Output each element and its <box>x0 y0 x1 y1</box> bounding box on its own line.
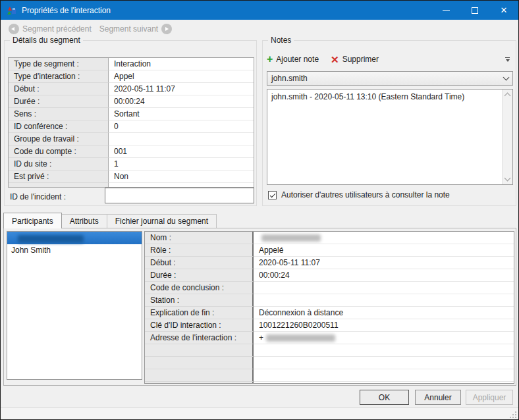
incident-id-label: ID de l'incident : <box>10 192 66 201</box>
participant-list-item[interactable] <box>7 232 142 244</box>
tab-participants[interactable]: Participants <box>3 213 62 228</box>
row-label <box>145 369 254 382</box>
row-value <box>254 369 514 382</box>
row-label: Début : <box>145 257 254 269</box>
delete-note-label: Supprimer <box>342 55 379 64</box>
table-row: Groupe de travail : <box>9 133 254 145</box>
red-x-icon: ✕ <box>331 55 339 65</box>
notes-toolbar: + Ajouter note ✕ Supprimer <box>267 51 513 67</box>
delete-note-button[interactable]: ✕ Supprimer <box>331 55 379 65</box>
participant-details-table: Nom :Rôle :AppeléDébut :2020-05-11 11:07… <box>144 231 514 384</box>
tab-attributs[interactable]: Attributs <box>61 214 107 228</box>
redacted-value <box>18 235 84 243</box>
row-label: Groupe de travail : <box>9 133 109 145</box>
table-row: Station : <box>145 294 514 307</box>
maximize-icon <box>472 7 478 14</box>
row-label: Station : <box>145 294 254 307</box>
table-row: ID conférence :0 <box>9 120 254 133</box>
participant-list-item[interactable]: John Smith <box>7 244 142 257</box>
ok-button[interactable]: OK <box>360 390 409 405</box>
row-value: Appelé <box>254 244 514 257</box>
incident-id-input[interactable] <box>105 188 254 203</box>
tab-fichier-journal-du-segment[interactable]: Fichier journal du segment <box>107 214 217 228</box>
row-value: 00:00:24 <box>254 269 514 282</box>
green-plus-icon: + <box>267 54 273 65</box>
row-value <box>254 357 514 369</box>
row-value: 2020-05-11 11:07 <box>109 83 254 95</box>
table-row <box>145 357 514 369</box>
row-value: Non <box>109 171 254 183</box>
table-row: Est privé :Non <box>9 171 254 183</box>
app-icon <box>6 5 16 16</box>
redacted-value <box>266 334 335 342</box>
notes-group-title: Notes <box>268 36 294 45</box>
row-value: 00:00:24 <box>109 95 254 108</box>
resize-grip[interactable] <box>510 411 516 418</box>
table-row: Début :2020-05-11 11:07 <box>9 83 254 95</box>
table-filler <box>9 183 254 188</box>
table-row: Explication de fin :Déconnexion à distan… <box>145 307 514 319</box>
add-note-button[interactable]: + Ajouter note <box>267 54 319 65</box>
maximize-button[interactable] <box>460 1 489 20</box>
scroll-up-icon <box>505 93 511 99</box>
segment-details-table: Type de segment :InteractionType d'inter… <box>8 57 254 188</box>
note-author-dropdown[interactable]: john.smith <box>267 71 513 86</box>
table-row: Type d'interaction :Appel <box>9 70 254 83</box>
share-note-checkbox[interactable] <box>268 191 277 199</box>
chevron-down-icon <box>503 74 510 80</box>
row-label: Code du compte : <box>9 145 109 158</box>
row-label: Durée : <box>145 269 254 282</box>
minimize-icon <box>443 10 450 11</box>
row-label: Type de segment : <box>9 58 109 70</box>
note-text-area[interactable]: john.smith - 2020-05-11 13:10 (Eastern S… <box>267 89 513 185</box>
segment-details-group: Détails du segment Type de segment :Inte… <box>4 40 257 206</box>
cancel-button[interactable]: Annuler <box>415 390 461 405</box>
note-scrollbar[interactable] <box>502 90 512 184</box>
interaction-properties-dialog: Propriétés de l'interaction ✕ Segment pr… <box>0 0 519 420</box>
table-row: Durée :00:00:24 <box>9 95 254 108</box>
close-icon: ✕ <box>501 6 508 14</box>
row-label: Nom : <box>145 232 254 244</box>
close-button[interactable]: ✕ <box>489 1 518 20</box>
row-label: Code de conclusion : <box>145 282 254 294</box>
table-row <box>145 344 514 357</box>
row-value: + <box>254 332 514 344</box>
note-author-value: john.smith <box>271 74 504 83</box>
row-label <box>145 344 254 357</box>
share-note-row: Autoriser d'autres utilisateurs à consul… <box>268 190 450 199</box>
overflow-bar-icon <box>505 57 510 58</box>
segment-details-group-title: Détails du segment <box>10 36 83 45</box>
filler-value <box>254 382 514 384</box>
row-label: Durée : <box>9 95 109 108</box>
circle-arrow-left-icon <box>9 24 19 34</box>
minimize-button[interactable] <box>431 1 460 20</box>
row-value: Déconnexion à distance <box>254 307 514 319</box>
table-row: Adresse de l'interaction :+ <box>145 332 514 344</box>
next-segment-button[interactable]: Segment suivant <box>99 24 172 34</box>
table-row: Type de segment :Interaction <box>9 58 254 70</box>
participants-list: John Smith <box>7 231 142 380</box>
table-row: Code du compte :001 <box>9 145 254 158</box>
table-row: Nom : <box>145 232 514 244</box>
row-value: 0 <box>109 120 254 133</box>
row-label <box>145 357 254 369</box>
filler-value <box>109 183 254 188</box>
participants-tab-panel: John Smith Nom :Rôle :AppeléDébut :2020-… <box>3 228 516 386</box>
table-filler <box>145 382 514 384</box>
title-bar: Propriétés de l'interaction ✕ <box>1 1 518 20</box>
row-value <box>254 344 514 357</box>
table-row: Clé d'ID interaction :1001221260B0200511 <box>145 319 514 332</box>
row-value: 2020-05-11 11:07 <box>254 257 514 269</box>
row-value <box>254 294 514 307</box>
add-note-label: Ajouter note <box>276 55 319 64</box>
row-label: ID conférence : <box>9 120 109 133</box>
toolbar-overflow-button[interactable] <box>503 57 512 62</box>
previous-segment-label: Segment précédent <box>22 24 92 34</box>
scroll-down-icon <box>505 175 511 182</box>
table-row: Code de conclusion : <box>145 282 514 294</box>
row-value <box>254 282 514 294</box>
row-label: Clé d'ID interaction : <box>145 319 254 332</box>
previous-segment-button[interactable]: Segment précédent <box>9 24 92 34</box>
row-value: Sortant <box>109 108 254 120</box>
row-label: Explication de fin : <box>145 307 254 319</box>
